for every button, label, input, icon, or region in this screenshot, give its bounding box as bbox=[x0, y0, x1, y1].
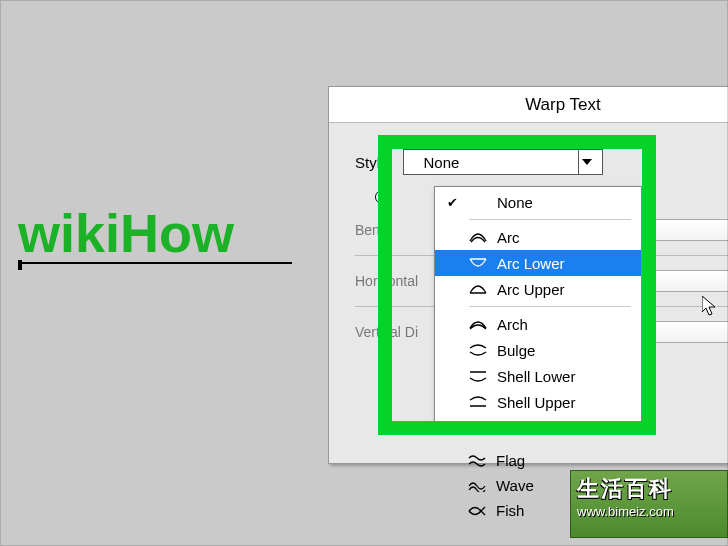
dd-item-arc-upper[interactable]: Arc Upper bbox=[435, 276, 641, 302]
warp-arc-icon bbox=[469, 230, 487, 244]
dd-item-bulge[interactable]: Bulge bbox=[435, 337, 641, 363]
orientation-radio-horizontal[interactable] bbox=[375, 190, 389, 204]
warp-wave-icon bbox=[468, 479, 486, 493]
dd-label: Arc Upper bbox=[497, 281, 565, 298]
warp-arch-icon bbox=[469, 317, 487, 331]
warp-shell-lower-icon bbox=[469, 369, 487, 383]
check-icon: ✔ bbox=[445, 195, 459, 210]
warp-bulge-icon bbox=[469, 343, 487, 357]
canvas-text[interactable]: wikiHow bbox=[18, 206, 292, 264]
dd-item-arc-lower[interactable]: Arc Lower bbox=[435, 250, 641, 276]
warp-none-icon bbox=[469, 195, 487, 209]
style-dropdown: ✔ None Arc Arc Lower Arc Upper Arch bbox=[434, 186, 642, 424]
dd-label: Wave bbox=[496, 477, 534, 494]
dd-label: Shell Lower bbox=[497, 368, 575, 385]
dd-item-shell-upper[interactable]: Shell Upper bbox=[435, 389, 641, 415]
divider bbox=[469, 306, 631, 307]
warp-flag-icon bbox=[468, 454, 486, 468]
style-label: Style: bbox=[355, 154, 393, 171]
style-combo[interactable]: None bbox=[403, 149, 603, 175]
cursor-icon bbox=[702, 296, 718, 322]
dd-item-none[interactable]: ✔ None bbox=[435, 189, 641, 215]
dd-label: Fish bbox=[496, 502, 524, 519]
divider bbox=[469, 219, 631, 220]
watermark-title: 生活百科 bbox=[577, 474, 721, 504]
warp-shell-upper-icon bbox=[469, 395, 487, 409]
dd-item-arc[interactable]: Arc bbox=[435, 224, 641, 250]
dd-item-shell-lower[interactable]: Shell Lower bbox=[435, 363, 641, 389]
dd-label: Bulge bbox=[497, 342, 535, 359]
dd-label: Flag bbox=[496, 452, 525, 469]
dd-label: Shell Upper bbox=[497, 394, 575, 411]
dd-label: Arch bbox=[497, 316, 528, 333]
dd-label: Arc bbox=[497, 229, 520, 246]
watermark: 生活百科 www.bimeiz.com bbox=[570, 470, 728, 538]
chevron-down-icon[interactable] bbox=[578, 150, 596, 174]
dialog-title: Warp Text bbox=[329, 87, 728, 123]
style-combo-value: None bbox=[424, 154, 460, 171]
warp-fish-icon bbox=[468, 504, 486, 518]
watermark-url: www.bimeiz.com bbox=[577, 504, 721, 519]
warp-arc-upper-icon bbox=[469, 282, 487, 296]
dd-label: None bbox=[497, 194, 533, 211]
warp-arc-lower-icon bbox=[469, 256, 487, 270]
dd-label: Arc Lower bbox=[497, 255, 565, 272]
dd-item-arch[interactable]: Arch bbox=[435, 311, 641, 337]
